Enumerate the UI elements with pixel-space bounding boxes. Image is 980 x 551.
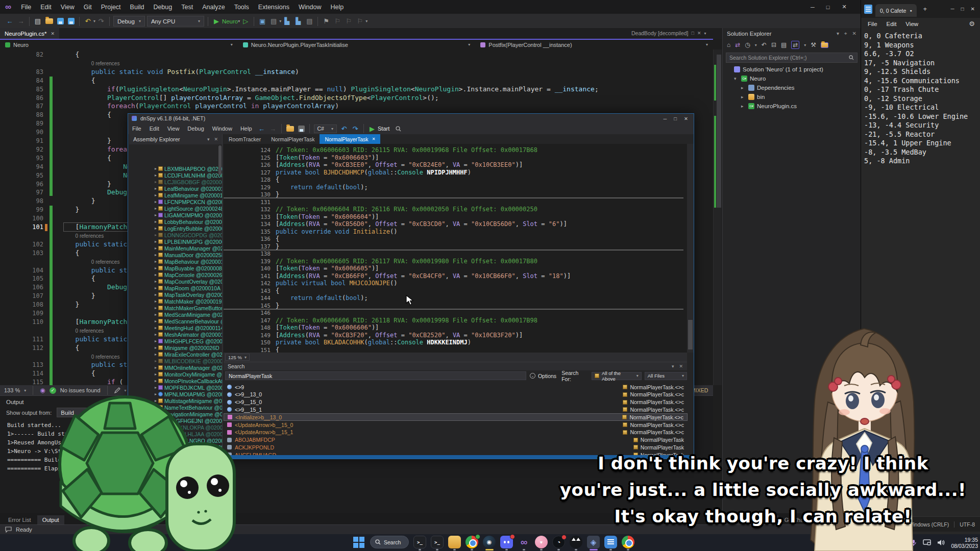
- breadcrumb-member[interactable]: Postfix(PlayerControl __instance) ▾: [475, 40, 713, 49]
- assembly-tree-item[interactable]: ▸LPLBEINMGPG @0200021: [129, 238, 223, 245]
- search-result-row[interactable]: ABOJABMFDCPNormalPlayerTask: [224, 436, 688, 444]
- feedback-icon[interactable]: [5, 527, 12, 533]
- chevron-down-icon[interactable]: ▾: [837, 31, 839, 37]
- code-line[interactable]: 83public static void Postfix(PlayerContr…: [0, 68, 713, 77]
- code-line[interactable]: 140[Token(Token = "0x6006605")]: [224, 265, 688, 272]
- dnspy-menu-edit[interactable]: Edit: [145, 123, 163, 134]
- vs-menu-file[interactable]: File: [16, 0, 36, 14]
- file-filter-dropdown[interactable]: All Files ▾: [645, 372, 687, 380]
- expander-icon[interactable]: ▸: [155, 312, 157, 317]
- code-line[interactable]: 149[Address(RVA = "0xCB3F20", Offset = "…: [224, 332, 688, 339]
- taskbar-app-visual-studio[interactable]: ∞: [518, 536, 530, 550]
- expander-icon[interactable]: ▸: [155, 253, 157, 257]
- code-line[interactable]: 124// Token: 0x06006603 RID: 26115 RVA: …: [224, 146, 688, 154]
- expander-icon[interactable]: ▸: [155, 379, 157, 383]
- assembly-tree-item[interactable]: ▸MonitorOxyMinigame @0: [129, 371, 223, 378]
- scrollbar-thumb[interactable]: [717, 55, 721, 208]
- assembly-scrollbar-thumb[interactable]: [218, 145, 222, 175]
- dnspy-menu-file[interactable]: File: [128, 123, 145, 134]
- code-line[interactable]: 146: [224, 309, 688, 317]
- dnspy-code-view[interactable]: 124// Token: 0x06006603 RID: 26115 RVA: …: [224, 144, 688, 353]
- notepad-tab[interactable]: 0, 0 Cafete ●: [875, 4, 917, 17]
- codelens-references[interactable]: 0 references: [91, 354, 120, 360]
- editor-zoom-dropdown[interactable]: 133 %: [4, 387, 20, 393]
- solution-configuration-dropdown[interactable]: Debug ▾: [113, 16, 145, 27]
- collapse-all-icon[interactable]: ⊟: [771, 41, 776, 48]
- vs-menu-test[interactable]: Test: [177, 0, 198, 14]
- expander-icon[interactable]: ▸: [155, 259, 157, 264]
- code-line[interactable]: 132// Token: 0x06006604 RID: 26116 RVA: …: [224, 206, 688, 213]
- code-line[interactable]: 136{: [224, 235, 688, 243]
- expander-icon[interactable]: ▸: [155, 365, 157, 370]
- expander-icon[interactable]: ▸: [155, 226, 157, 231]
- redo-icon[interactable]: ↷: [350, 125, 360, 133]
- home-icon[interactable]: ⌂: [727, 41, 730, 48]
- expander-icon[interactable]: ▸: [155, 199, 157, 204]
- vs-minimize-button[interactable]: ─: [805, 0, 820, 14]
- preview-window-icon[interactable]: ▤: [268, 17, 279, 25]
- dnspy-minimize-button[interactable]: ─: [664, 116, 667, 121]
- assembly-tree-item[interactable]: ▸LCDJFLMLNIHM @020000: [129, 172, 223, 179]
- code-line[interactable]: 148[Token(Token = "0x6006606")]: [224, 324, 688, 332]
- taskbar-clock[interactable]: 19:35 08/03/2023: [951, 537, 978, 549]
- code-line[interactable]: 85if(PluginSingleton<NeuroPlugin>.Instan…: [0, 85, 713, 94]
- search-result-row[interactable]: <>9__15_1NormalPlayerTask.<>c: [224, 406, 688, 413]
- search-input[interactable]: NormalPlayerTask: [225, 371, 526, 380]
- expander-icon[interactable]: ▸: [155, 385, 157, 390]
- pin-icon[interactable]: ⌖: [844, 31, 847, 37]
- assembly-tree-item[interactable]: ▸MapTaskOverlay @02000: [129, 291, 223, 298]
- notepad-menu-view[interactable]: View: [901, 21, 923, 27]
- assembly-tree-item[interactable]: ▸MMOnlineManager @020: [129, 364, 223, 371]
- dnspy-menu-view[interactable]: View: [163, 123, 184, 134]
- code-line[interactable]: 133[Token(Token = "0x6006604")]: [224, 213, 688, 221]
- tab-neuroplugin-cs[interactable]: NeuroPlugin.cs* ✕: [0, 28, 59, 39]
- expander-icon[interactable]: ▸: [741, 94, 746, 99]
- vs-close-button[interactable]: ✕: [837, 0, 851, 14]
- taskbar-search[interactable]: Search: [370, 536, 409, 548]
- search-result-row[interactable]: <>9__13_0NormalPlayerTask.<>c: [224, 391, 688, 398]
- tab-close-icon[interactable]: ✕: [697, 31, 701, 36]
- expander-icon[interactable]: ▸: [155, 173, 157, 178]
- code-line[interactable]: 86PlayerControl[] playerControlArray = G…: [0, 94, 713, 103]
- vs-menu-debug[interactable]: Debug: [149, 0, 177, 14]
- expander-icon[interactable]: ▸: [155, 186, 157, 191]
- sidebar-item-neuroplugin-cs[interactable]: ▸C#NeuroPlugin.cs: [723, 102, 861, 111]
- code-line[interactable]: 82{: [0, 51, 713, 59]
- expander-icon[interactable]: ▸: [155, 166, 157, 171]
- taskbar-app-terminal[interactable]: >_: [413, 536, 426, 550]
- vs-menu-tools[interactable]: Tools: [230, 0, 254, 14]
- undo-icon[interactable]: ↶: [83, 17, 93, 25]
- taskbar-app-terminal-admin[interactable]: >_: [431, 536, 444, 550]
- code-line[interactable]: 147// Token: 0x06006606 RID: 26118 RVA: …: [224, 317, 688, 324]
- new-tab-button[interactable]: +: [920, 5, 931, 13]
- code-line[interactable]: 0 references: [0, 59, 713, 68]
- nav-forward-icon[interactable]: →: [268, 125, 278, 133]
- expander-icon[interactable]: ▸: [155, 193, 157, 197]
- expander-icon[interactable]: ▸: [155, 279, 157, 284]
- code-line[interactable]: 84{: [0, 77, 713, 85]
- pending-changes-filter-icon[interactable]: ◷: [745, 41, 750, 48]
- code-line[interactable]: 142public virtual bool MHJCOJONJPE(): [224, 280, 688, 287]
- search-result-row[interactable]: ACKJKPPONLDNormalPlayerTask: [224, 443, 688, 451]
- vs-menu-edit[interactable]: Edit: [36, 0, 56, 14]
- assembly-tree-item[interactable]: ▸LBXMBHAPBOO @02000: [129, 165, 223, 172]
- navigate-back-icon[interactable]: ←: [5, 17, 15, 25]
- expander-icon[interactable]: ▸: [155, 286, 157, 290]
- taskbar-app-notepad[interactable]: [604, 536, 617, 550]
- code-line[interactable]: 131: [224, 198, 688, 206]
- notepad-close-button[interactable]: ✕: [971, 6, 975, 12]
- assembly-tree-item[interactable]: ▸LONNGGCOPDG @02000C: [129, 232, 223, 238]
- expander-icon[interactable]: ▸: [155, 319, 157, 323]
- tab-deadbody-decompiled[interactable]: DeadBody [decompiled] □ ✕ ▾: [631, 30, 706, 36]
- assembly-tree-item[interactable]: ▸MIHGHPLFCEG @020002: [129, 338, 223, 344]
- expander-icon[interactable]: ▸: [155, 306, 157, 310]
- tab-close-icon[interactable]: ✕: [51, 31, 55, 36]
- taskbar-app-discord[interactable]: [500, 536, 513, 550]
- notepad-minimize-button[interactable]: ─: [950, 6, 954, 12]
- vs-menu-analyze[interactable]: Analyze: [198, 0, 229, 14]
- search-result-row[interactable]: <UpdateArrow>b__15_0NormalPlayerTask.<>c: [224, 421, 688, 429]
- scrollbar-thumb[interactable]: [688, 320, 693, 349]
- bookmark-clear-icon[interactable]: ⚐: [355, 17, 365, 25]
- assembly-tree-item[interactable]: ▸LightSource @02000248: [129, 205, 223, 212]
- expander-icon[interactable]: ▸: [155, 266, 157, 270]
